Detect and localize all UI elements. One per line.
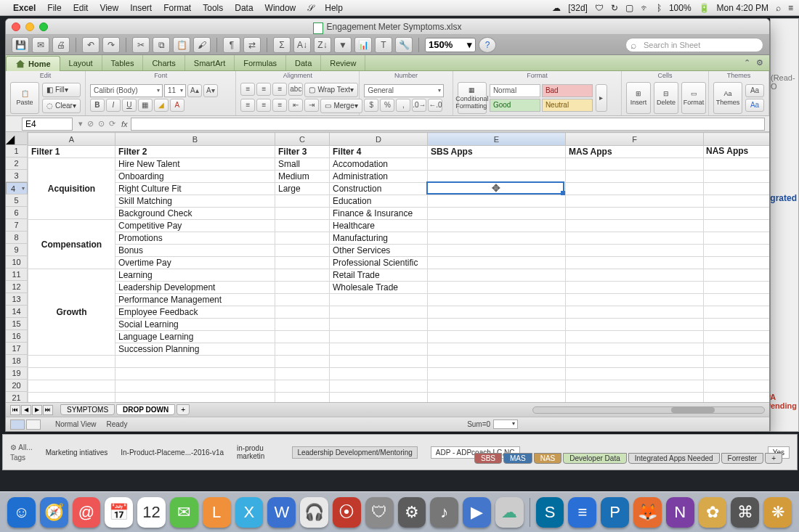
- dec-inc-button[interactable]: .0→: [412, 99, 426, 112]
- menu-tools[interactable]: Tools: [203, 3, 223, 13]
- col-header-E[interactable]: E: [428, 133, 566, 146]
- spreadsheet-grid[interactable]: ◢ 12345678910111213141516171819202122232…: [6, 132, 769, 402]
- row-header[interactable]: 11: [6, 269, 27, 281]
- comma-button[interactable]: ,: [396, 99, 410, 112]
- cell[interactable]: [566, 294, 704, 306]
- col-header-B[interactable]: B: [115, 133, 275, 146]
- cell[interactable]: [704, 232, 770, 245]
- status-sync-icon[interactable]: ↻: [611, 3, 618, 13]
- col-header-extra[interactable]: [704, 133, 770, 146]
- font-name-select[interactable]: Calibri (Body): [90, 84, 163, 97]
- cell[interactable]: [704, 331, 770, 343]
- zoom-button[interactable]: [39, 22, 48, 31]
- cell[interactable]: [275, 282, 330, 294]
- cell[interactable]: [275, 368, 330, 380]
- dock-app-16[interactable]: S: [536, 497, 564, 528]
- row-header[interactable]: 16: [6, 330, 27, 343]
- cell[interactable]: [704, 368, 770, 380]
- cell[interactable]: [566, 171, 704, 183]
- theme-colors-button[interactable]: Aa: [745, 84, 764, 97]
- cell[interactable]: [428, 380, 566, 393]
- row-header[interactable]: 18: [6, 355, 27, 367]
- menu-window[interactable]: Window: [265, 3, 296, 13]
- cell[interactable]: [704, 356, 770, 368]
- dock-app-3[interactable]: 📅: [105, 497, 133, 528]
- dec-dec-button[interactable]: ←.0: [428, 99, 442, 112]
- bold-button[interactable]: B: [90, 99, 105, 112]
- print-icon[interactable]: 🖨: [52, 37, 70, 53]
- status-display-icon[interactable]: ▢: [625, 3, 633, 13]
- cut-icon[interactable]: ✂: [132, 37, 150, 53]
- menu-format[interactable]: Format: [163, 3, 191, 13]
- cell[interactable]: [704, 269, 770, 282]
- textbox-icon[interactable]: T: [375, 37, 392, 53]
- insert-cells-button[interactable]: ⊞Insert: [626, 82, 651, 114]
- cell[interactable]: [704, 195, 770, 208]
- bg-tab-nas[interactable]: NAS: [534, 453, 562, 464]
- send-icon[interactable]: ✉: [32, 37, 49, 53]
- col-header-A[interactable]: A: [28, 133, 115, 146]
- fx-label[interactable]: fx: [121, 120, 128, 128]
- dock-app-23[interactable]: ❋: [763, 497, 792, 528]
- cell[interactable]: [428, 257, 566, 269]
- sheet-nav-first-icon[interactable]: ⏮: [10, 405, 20, 415]
- dock-app-18[interactable]: P: [601, 497, 629, 528]
- dock-app-22[interactable]: ⌘: [731, 497, 759, 528]
- cell[interactable]: [566, 331, 704, 343]
- sheet-tab-add[interactable]: +: [177, 404, 190, 415]
- tab-formulas[interactable]: Formulas: [235, 55, 286, 70]
- help-icon[interactable]: ?: [479, 37, 496, 53]
- row-header[interactable]: 13: [6, 293, 27, 306]
- cell[interactable]: [704, 257, 770, 269]
- col-header-F[interactable]: F: [566, 133, 704, 146]
- cell[interactable]: Succession Planning: [115, 343, 275, 356]
- cell[interactable]: [428, 195, 566, 208]
- dock-app-15[interactable]: ☁: [495, 497, 524, 528]
- row-header[interactable]: 5: [6, 195, 27, 207]
- row-header[interactable]: 2: [6, 157, 27, 170]
- status-notifications-icon[interactable]: ≡: [788, 3, 793, 13]
- view-page-layout-button[interactable]: [26, 420, 41, 430]
- fill-color-button[interactable]: ◢: [154, 99, 169, 112]
- chart-icon[interactable]: 📊: [354, 37, 372, 53]
- cell[interactable]: Accomodation: [330, 158, 428, 171]
- row-header[interactable]: 21: [6, 392, 27, 402]
- cell[interactable]: Filter 1: [28, 146, 115, 158]
- cell[interactable]: Large: [275, 183, 330, 195]
- cell[interactable]: [704, 393, 770, 403]
- border-button[interactable]: ▦: [138, 99, 153, 112]
- cell[interactable]: [704, 319, 770, 331]
- cell[interactable]: Construction: [330, 183, 428, 195]
- dock-app-6[interactable]: L: [203, 497, 231, 528]
- bg-tab-mas[interactable]: MAS: [503, 453, 532, 464]
- horizontal-scrollbar[interactable]: [532, 406, 765, 414]
- dock-app-0[interactable]: ☺: [7, 497, 36, 528]
- bg-tab-add[interactable]: +: [765, 453, 782, 464]
- cell[interactable]: [275, 245, 330, 257]
- enter-formula-icon[interactable]: ⊙: [98, 119, 105, 128]
- col-header-C[interactable]: C: [275, 133, 330, 146]
- cell[interactable]: Manufacturing: [330, 232, 428, 245]
- cell[interactable]: [330, 393, 428, 403]
- align-left-button[interactable]: ≡: [240, 99, 255, 112]
- status-cloud-icon[interactable]: ☁: [552, 3, 561, 13]
- orientation-button[interactable]: abc: [288, 83, 303, 96]
- format-cells-button[interactable]: ▭Format: [681, 82, 706, 114]
- row-header[interactable]: 12: [6, 281, 27, 293]
- cell[interactable]: [566, 282, 704, 294]
- sort-asc-icon[interactable]: A↓: [293, 37, 311, 53]
- cell[interactable]: [428, 183, 566, 195]
- sheet-nav-prev-icon[interactable]: ◀: [21, 405, 31, 415]
- finder-sidebar-all[interactable]: All...: [18, 443, 32, 451]
- font-color-button[interactable]: A: [170, 99, 184, 112]
- cell[interactable]: [566, 208, 704, 220]
- cell[interactable]: [28, 380, 115, 393]
- finder-item-1[interactable]: Marketing intiatives: [46, 449, 108, 457]
- tab-charts[interactable]: Charts: [143, 55, 184, 70]
- status-clock[interactable]: Mon 4:20 PM: [717, 3, 768, 13]
- cell[interactable]: [275, 208, 330, 220]
- cell[interactable]: [704, 306, 770, 319]
- finder-item-2[interactable]: In-Product-Placeme...-2016-v1a: [121, 449, 224, 457]
- save-icon[interactable]: 💾: [12, 37, 29, 53]
- cell[interactable]: [428, 220, 566, 232]
